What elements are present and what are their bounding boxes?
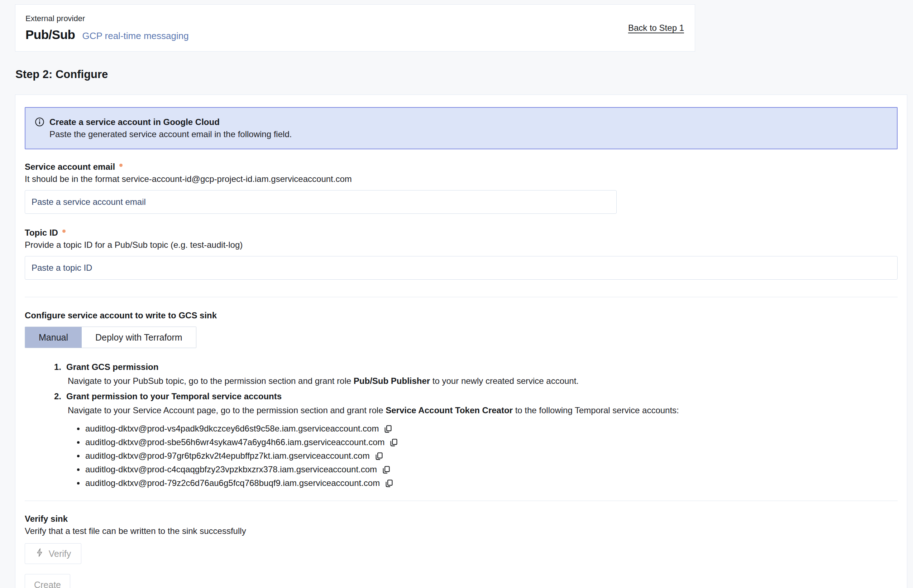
service-account-email-help: It should be in the format service-accou…: [25, 173, 898, 185]
topic-id-input[interactable]: [25, 256, 898, 279]
create-button[interactable]: Create: [25, 574, 70, 588]
copy-icon[interactable]: [381, 465, 391, 475]
back-to-step-1-link[interactable]: Back to Step 1: [628, 23, 684, 33]
copy-icon[interactable]: [374, 451, 384, 461]
step-number: 1.: [54, 360, 61, 375]
bullet: [77, 482, 79, 485]
step-title: Grant GCS permission: [66, 360, 159, 375]
provider-subtitle: GCP real-time messaging: [82, 31, 188, 42]
section-divider: [25, 501, 898, 501]
step-grant-temporal-permission: 2. Grant permission to your Temporal ser…: [54, 389, 898, 417]
config-method-tabs: Manual Deploy with Terraform: [25, 326, 196, 348]
step-title: Grant permission to your Temporal servic…: [66, 389, 282, 404]
service-account-email: auditlog-dktxv@prod-97gr6tp6zkv2t4epubff…: [85, 451, 370, 461]
service-account-email: auditlog-dktxv@prod-vs4padk9dkczcey6d6st…: [85, 424, 379, 434]
service-account-email-input[interactable]: [25, 190, 617, 214]
verify-button[interactable]: Verify: [25, 543, 81, 564]
callout-body: Paste the generated service account emai…: [49, 129, 292, 140]
temporal-service-account-list: auditlog-dktxv@prod-vs4padk9dkczcey6d6st…: [77, 422, 898, 490]
instruction-steps: 1. Grant GCS permission Navigate to your…: [54, 360, 898, 417]
service-account-email: auditlog-dktxv@prod-79z2c6d76au6g5fcq768…: [85, 478, 380, 488]
copy-icon[interactable]: [383, 424, 393, 434]
tab-deploy-with-terraform[interactable]: Deploy with Terraform: [82, 327, 196, 348]
provider-name: Pub/Sub: [26, 27, 75, 42]
service-account-email: auditlog-dktxv@prod-c4cqaqgbfzy23vpzkbxz…: [85, 464, 377, 475]
topic-id-help: Provide a topic ID for a Pub/Sub topic (…: [25, 239, 898, 251]
configure-card: Create a service account in Google Cloud…: [15, 95, 907, 588]
list-item: auditlog-dktxv@prod-vs4padk9dkczcey6d6st…: [77, 422, 898, 435]
bullet: [77, 428, 79, 430]
step-body: Navigate to your Service Account page, g…: [68, 404, 898, 417]
copy-icon[interactable]: [384, 478, 394, 488]
provider-card: External provider Pub/Sub GCP real-time …: [15, 4, 695, 52]
tab-manual[interactable]: Manual: [25, 327, 82, 348]
list-item: auditlog-dktxv@prod-c4cqaqgbfzy23vpzkbxz…: [77, 463, 898, 476]
required-dot: [62, 229, 66, 233]
service-account-email: auditlog-dktxv@prod-sbe56h6wr4sykaw47a6y…: [85, 437, 384, 447]
bullet: [77, 455, 79, 457]
lightning-icon: [35, 548, 44, 559]
bullet: [77, 441, 79, 444]
page-title: Step 2: Configure: [15, 68, 913, 81]
verify-sink-title: Verify sink: [25, 513, 898, 525]
bullet: [77, 468, 79, 471]
list-item: auditlog-dktxv@prod-97gr6tp6zkv2t4epubff…: [77, 449, 898, 463]
service-account-email-label: Service account email: [25, 161, 898, 173]
provider-kind-label: External provider: [26, 14, 189, 23]
configure-sink-title: Configure service account to write to GC…: [25, 309, 898, 321]
callout-title: Create a service account in Google Cloud: [49, 116, 292, 128]
step-grant-gcs-permission: 1. Grant GCS permission Navigate to your…: [54, 360, 898, 388]
info-icon: [35, 116, 44, 140]
copy-icon[interactable]: [389, 438, 398, 447]
required-dot: [119, 164, 123, 167]
provider-info: External provider Pub/Sub GCP real-time …: [26, 14, 189, 42]
step-number: 2.: [54, 389, 61, 404]
list-item: auditlog-dktxv@prod-79z2c6d76au6g5fcq768…: [77, 476, 898, 490]
info-callout: Create a service account in Google Cloud…: [25, 107, 898, 149]
verify-sink-description: Verify that a test file can be written t…: [25, 525, 898, 537]
topic-id-label: Topic ID: [25, 227, 898, 239]
list-item: auditlog-dktxv@prod-sbe56h6wr4sykaw47a6y…: [77, 435, 898, 449]
step-body: Navigate to your PubSub topic, go to the…: [68, 375, 898, 388]
